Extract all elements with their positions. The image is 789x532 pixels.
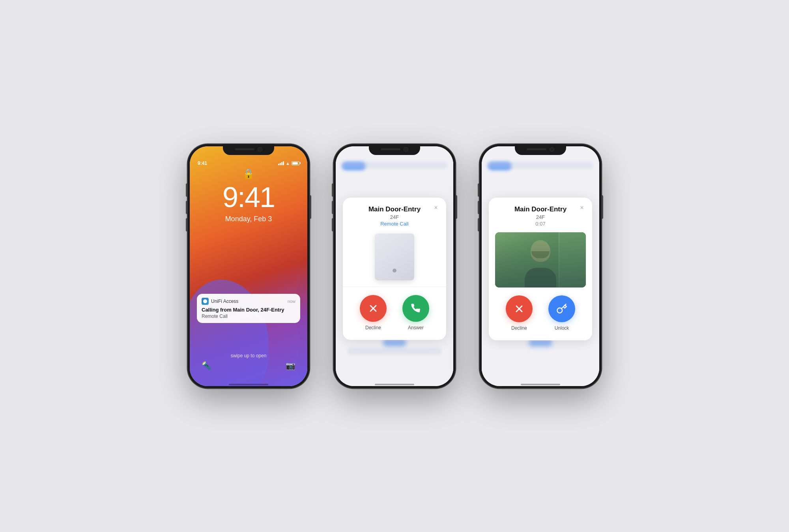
active-call-modal: × Main Door-Entry 24F 0:07 bbox=[489, 198, 592, 340]
signal-icon bbox=[278, 161, 284, 165]
door-device-image bbox=[375, 233, 414, 280]
x-icon bbox=[514, 303, 525, 314]
x-icon bbox=[368, 303, 379, 314]
action-buttons: Decline Unlock bbox=[495, 295, 586, 331]
svg-point-0 bbox=[203, 299, 207, 303]
unifi-logo bbox=[203, 299, 208, 304]
answer-button-wrap: Answer bbox=[402, 295, 429, 330]
app-screen-active: × Main Door-Entry 24F 0:07 bbox=[482, 146, 599, 386]
modal-subtitle: 24F bbox=[349, 214, 440, 220]
lock-time: 9:41 bbox=[190, 181, 307, 213]
modal-title: Main Door-Entry bbox=[349, 205, 440, 213]
notch bbox=[223, 144, 274, 155]
home-bar bbox=[229, 384, 268, 385]
wifi-icon: ▲ bbox=[286, 161, 290, 166]
close-button[interactable]: × bbox=[577, 203, 587, 213]
answer-button[interactable] bbox=[402, 295, 429, 322]
modal-title: Main Door-Entry bbox=[495, 205, 586, 213]
camera-dot bbox=[550, 147, 554, 152]
decline-button-wrap: Decline bbox=[506, 295, 533, 331]
photo-overlay bbox=[495, 232, 586, 287]
call-timer: 0:07 bbox=[495, 221, 586, 227]
decline-button[interactable] bbox=[506, 295, 533, 322]
lockscreen-screen: 9:41 ▲ 🔒 9:41 bbox=[190, 146, 307, 386]
status-icons: ▲ bbox=[278, 161, 299, 166]
home-bar bbox=[521, 384, 560, 385]
device-dot bbox=[393, 269, 396, 273]
app-screen-incoming: × Main Door-Entry 24F Remote Call bbox=[336, 146, 453, 386]
caller-photo bbox=[495, 232, 586, 287]
phone-icon bbox=[410, 303, 421, 314]
bg-blur-bottom bbox=[383, 339, 406, 347]
notification-body: Remote Call bbox=[202, 314, 295, 319]
camera-icon: 📷 bbox=[286, 361, 295, 370]
app-name: UniFi Access bbox=[211, 299, 238, 304]
lock-bottom-controls: 🔦 📷 bbox=[190, 361, 307, 370]
camera-dot bbox=[404, 147, 408, 152]
notification-app: UniFi Access bbox=[202, 298, 238, 305]
bg-bar-bottom bbox=[348, 348, 441, 355]
speaker bbox=[235, 148, 254, 150]
notification-title: Calling from Main Door, 24F-Entry bbox=[202, 307, 295, 313]
bg-bar-top bbox=[342, 162, 447, 168]
close-button[interactable]: × bbox=[431, 203, 441, 213]
notch bbox=[369, 144, 420, 155]
swipe-hint: swipe up to open bbox=[190, 353, 307, 358]
key-icon bbox=[556, 303, 567, 314]
battery-icon bbox=[292, 161, 299, 165]
phone-incoming-call: × Main Door-Entry 24F Remote Call bbox=[333, 144, 456, 388]
flashlight-icon: 🔦 bbox=[202, 361, 211, 370]
app-icon bbox=[202, 298, 209, 305]
status-bar: 9:41 ▲ bbox=[190, 161, 307, 166]
unlock-button-wrap: Unlock bbox=[548, 295, 575, 331]
incoming-call-modal: × Main Door-Entry 24F Remote Call bbox=[343, 198, 446, 340]
speaker bbox=[527, 148, 546, 150]
decline-label: Decline bbox=[511, 325, 527, 331]
phone-active-call: × Main Door-Entry 24F 0:07 bbox=[479, 144, 602, 388]
lock-icon: 🔒 bbox=[190, 168, 307, 179]
home-bar bbox=[375, 384, 414, 385]
notification-header: UniFi Access now bbox=[202, 298, 295, 305]
decline-label: Decline bbox=[365, 325, 381, 330]
notch bbox=[515, 144, 566, 155]
phone-lockscreen: 9:41 ▲ 🔒 9:41 bbox=[187, 144, 310, 388]
speaker bbox=[381, 148, 400, 150]
bg-bar-top bbox=[488, 162, 593, 168]
answer-label: Answer bbox=[408, 325, 424, 330]
divider bbox=[343, 287, 446, 287]
unlock-button[interactable] bbox=[548, 295, 575, 322]
notification-card: UniFi Access now Calling from Main Door,… bbox=[197, 294, 300, 323]
device-image-area bbox=[349, 233, 440, 280]
camera-dot bbox=[258, 147, 262, 152]
modal-link[interactable]: Remote Call bbox=[349, 221, 440, 227]
action-buttons: Decline Answer bbox=[349, 295, 440, 330]
notification-time: now bbox=[288, 299, 295, 304]
status-time: 9:41 bbox=[198, 161, 207, 166]
decline-button-wrap: Decline bbox=[360, 295, 387, 330]
unlock-label: Unlock bbox=[555, 325, 569, 331]
lock-date: Monday, Feb 3 bbox=[190, 215, 307, 223]
decline-button[interactable] bbox=[360, 295, 387, 322]
modal-subtitle: 24F bbox=[495, 214, 586, 220]
